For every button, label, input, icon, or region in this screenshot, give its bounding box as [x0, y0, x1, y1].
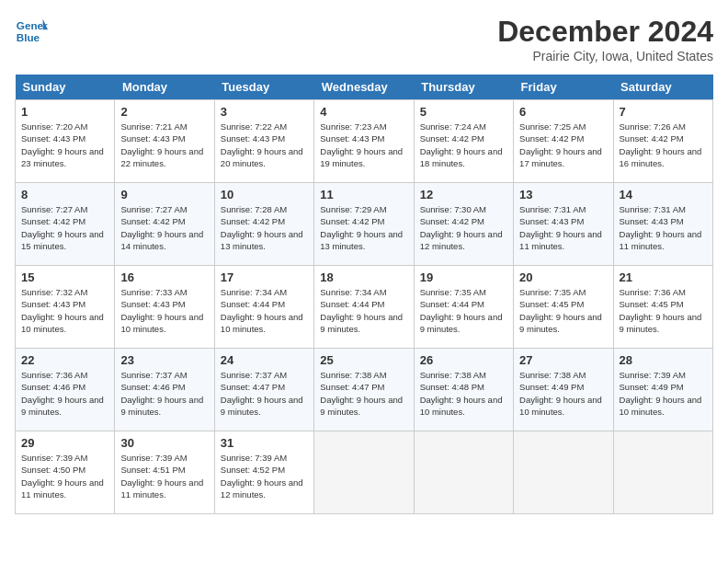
calendar-cell: 15Sunrise: 7:32 AMSunset: 4:43 PMDayligh…: [16, 266, 115, 349]
calendar-cell: 16Sunrise: 7:33 AMSunset: 4:43 PMDayligh…: [115, 266, 214, 349]
calendar-cell: 30Sunrise: 7:39 AMSunset: 4:51 PMDayligh…: [115, 431, 214, 514]
calendar-table: SundayMondayTuesdayWednesdayThursdayFrid…: [15, 75, 713, 514]
day-info: Sunrise: 7:38 AMSunset: 4:47 PMDaylight:…: [320, 369, 407, 418]
day-info: Sunrise: 7:23 AMSunset: 4:43 PMDaylight:…: [320, 121, 407, 169]
day-number: 30: [120, 436, 208, 450]
calendar-cell: 29Sunrise: 7:39 AMSunset: 4:50 PMDayligh…: [16, 431, 115, 514]
calendar-cell: [613, 431, 712, 514]
day-number: 23: [120, 353, 208, 367]
day-info: Sunrise: 7:20 AMSunset: 4:43 PMDaylight:…: [21, 121, 108, 169]
calendar-cell: 21Sunrise: 7:36 AMSunset: 4:45 PMDayligh…: [613, 266, 712, 349]
calendar-cell: 2Sunrise: 7:21 AMSunset: 4:43 PMDaylight…: [115, 100, 214, 183]
calendar-cell: 20Sunrise: 7:35 AMSunset: 4:45 PMDayligh…: [514, 266, 613, 349]
weekday-header-friday: Friday: [514, 75, 613, 100]
day-info: Sunrise: 7:37 AMSunset: 4:46 PMDaylight:…: [120, 369, 208, 418]
day-number: 1: [21, 105, 108, 119]
day-info: Sunrise: 7:27 AMSunset: 4:42 PMDaylight:…: [120, 203, 208, 252]
day-number: 28: [620, 353, 707, 367]
day-info: Sunrise: 7:35 AMSunset: 4:44 PMDaylight:…: [420, 286, 507, 335]
day-info: Sunrise: 7:39 AMSunset: 4:52 PMDaylight:…: [221, 452, 308, 500]
day-number: 4: [320, 105, 407, 119]
day-info: Sunrise: 7:27 AMSunset: 4:42 PMDaylight:…: [21, 203, 108, 252]
day-info: Sunrise: 7:29 AMSunset: 4:42 PMDaylight:…: [320, 203, 407, 252]
calendar-cell: 10Sunrise: 7:28 AMSunset: 4:42 PMDayligh…: [214, 183, 313, 266]
day-number: 16: [120, 270, 208, 284]
weekday-header-wednesday: Wednesday: [314, 75, 414, 100]
day-number: 11: [320, 188, 407, 201]
calendar-cell: 19Sunrise: 7:35 AMSunset: 4:44 PMDayligh…: [414, 266, 513, 349]
day-number: 22: [21, 353, 108, 367]
day-number: 10: [221, 188, 308, 201]
calendar-cell: 11Sunrise: 7:29 AMSunset: 4:42 PMDayligh…: [314, 183, 414, 266]
calendar-cell: 6Sunrise: 7:25 AMSunset: 4:42 PMDaylight…: [514, 100, 613, 183]
day-number: 2: [120, 105, 208, 119]
weekday-header-thursday: Thursday: [414, 75, 513, 100]
day-info: Sunrise: 7:34 AMSunset: 4:44 PMDaylight:…: [221, 286, 308, 335]
day-info: Sunrise: 7:36 AMSunset: 4:45 PMDaylight:…: [620, 286, 707, 335]
calendar-cell: 24Sunrise: 7:37 AMSunset: 4:47 PMDayligh…: [214, 349, 313, 431]
calendar-cell: 28Sunrise: 7:39 AMSunset: 4:49 PMDayligh…: [613, 349, 712, 431]
day-info: Sunrise: 7:39 AMSunset: 4:50 PMDaylight:…: [21, 452, 108, 500]
day-info: Sunrise: 7:28 AMSunset: 4:42 PMDaylight:…: [221, 203, 308, 252]
day-info: Sunrise: 7:31 AMSunset: 4:43 PMDaylight:…: [519, 203, 607, 252]
day-number: 27: [519, 353, 607, 367]
day-number: 14: [620, 188, 707, 201]
calendar-cell: [314, 431, 414, 514]
calendar-cell: 25Sunrise: 7:38 AMSunset: 4:47 PMDayligh…: [314, 349, 414, 431]
calendar-cell: 12Sunrise: 7:30 AMSunset: 4:42 PMDayligh…: [414, 183, 513, 266]
day-info: Sunrise: 7:22 AMSunset: 4:43 PMDaylight:…: [221, 121, 308, 169]
day-number: 19: [420, 270, 507, 284]
calendar-cell: 18Sunrise: 7:34 AMSunset: 4:44 PMDayligh…: [314, 266, 414, 349]
day-number: 17: [221, 270, 308, 284]
day-number: 29: [21, 436, 108, 450]
calendar-cell: 26Sunrise: 7:38 AMSunset: 4:48 PMDayligh…: [414, 349, 513, 431]
calendar-cell: 27Sunrise: 7:38 AMSunset: 4:49 PMDayligh…: [514, 349, 613, 431]
svg-text:Blue: Blue: [17, 31, 40, 43]
calendar-cell: 9Sunrise: 7:27 AMSunset: 4:42 PMDaylight…: [115, 183, 214, 266]
calendar-cell: [514, 431, 613, 514]
calendar-cell: 14Sunrise: 7:31 AMSunset: 4:43 PMDayligh…: [613, 183, 712, 266]
calendar-cell: 17Sunrise: 7:34 AMSunset: 4:44 PMDayligh…: [214, 266, 313, 349]
calendar-cell: 5Sunrise: 7:24 AMSunset: 4:42 PMDaylight…: [414, 100, 513, 183]
weekday-header-monday: Monday: [115, 75, 214, 100]
day-info: Sunrise: 7:38 AMSunset: 4:49 PMDaylight:…: [519, 369, 607, 418]
day-info: Sunrise: 7:39 AMSunset: 4:51 PMDaylight:…: [120, 452, 208, 500]
page-header: General Blue December 2024 Prairie City,…: [15, 15, 713, 63]
calendar-cell: 1Sunrise: 7:20 AMSunset: 4:43 PMDaylight…: [16, 100, 115, 183]
day-number: 12: [420, 188, 507, 201]
day-number: 8: [21, 188, 108, 201]
calendar-cell: 22Sunrise: 7:36 AMSunset: 4:46 PMDayligh…: [16, 349, 115, 431]
day-number: 18: [320, 270, 407, 284]
calendar-cell: [414, 431, 513, 514]
weekday-header-sunday: Sunday: [16, 75, 115, 100]
calendar-cell: 3Sunrise: 7:22 AMSunset: 4:43 PMDaylight…: [214, 100, 313, 183]
day-number: 5: [420, 105, 507, 119]
calendar-cell: 13Sunrise: 7:31 AMSunset: 4:43 PMDayligh…: [514, 183, 613, 266]
day-number: 20: [519, 270, 607, 284]
calendar-cell: 4Sunrise: 7:23 AMSunset: 4:43 PMDaylight…: [314, 100, 414, 183]
month-title: December 2024: [497, 15, 713, 49]
day-info: Sunrise: 7:38 AMSunset: 4:48 PMDaylight:…: [420, 369, 507, 418]
day-info: Sunrise: 7:32 AMSunset: 4:43 PMDaylight:…: [21, 286, 108, 335]
location: Prairie City, Iowa, United States: [497, 49, 713, 63]
day-number: 26: [420, 353, 507, 367]
day-number: 3: [221, 105, 308, 119]
title-area: December 2024 Prairie City, Iowa, United…: [497, 15, 713, 63]
weekday-header-saturday: Saturday: [613, 75, 712, 100]
day-number: 6: [519, 105, 607, 119]
day-info: Sunrise: 7:36 AMSunset: 4:46 PMDaylight:…: [21, 369, 108, 418]
day-info: Sunrise: 7:24 AMSunset: 4:42 PMDaylight:…: [420, 121, 507, 169]
day-info: Sunrise: 7:34 AMSunset: 4:44 PMDaylight:…: [320, 286, 407, 335]
calendar-cell: 7Sunrise: 7:26 AMSunset: 4:42 PMDaylight…: [613, 100, 712, 183]
day-number: 13: [519, 188, 607, 201]
day-number: 24: [221, 353, 308, 367]
weekday-header-tuesday: Tuesday: [214, 75, 313, 100]
day-info: Sunrise: 7:35 AMSunset: 4:45 PMDaylight:…: [519, 286, 607, 335]
calendar-cell: 31Sunrise: 7:39 AMSunset: 4:52 PMDayligh…: [214, 431, 313, 514]
day-info: Sunrise: 7:33 AMSunset: 4:43 PMDaylight:…: [120, 286, 208, 335]
calendar-cell: 23Sunrise: 7:37 AMSunset: 4:46 PMDayligh…: [115, 349, 214, 431]
day-number: 7: [620, 105, 707, 119]
day-info: Sunrise: 7:26 AMSunset: 4:42 PMDaylight:…: [620, 121, 707, 169]
day-info: Sunrise: 7:39 AMSunset: 4:49 PMDaylight:…: [620, 369, 707, 418]
day-number: 25: [320, 353, 407, 367]
